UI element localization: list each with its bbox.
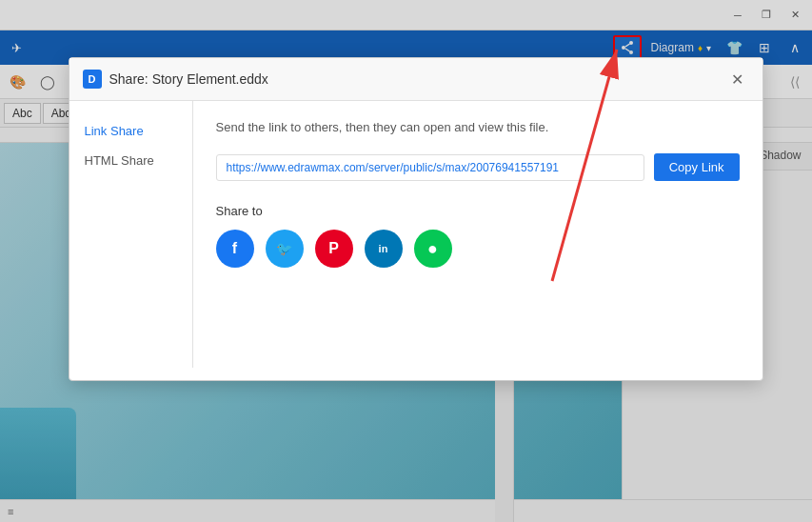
pinterest-share-button[interactable]: P [315,230,353,268]
sidebar-link-share[interactable]: Link Share [69,116,192,146]
sidebar-html-share[interactable]: HTML Share [69,146,192,175]
dialog-body: Link Share HTML Share Send the link to o… [69,101,762,368]
twitter-share-button[interactable]: 🐦 [266,230,304,268]
line-share-button[interactable]: ● [414,230,452,268]
facebook-share-button[interactable]: f [216,230,254,268]
dialog-close-button[interactable]: ✕ [726,68,749,90]
share-dialog: D Share: Story Element.eddx ✕ Link Share… [69,57,763,381]
social-icons-row: f 🐦 P in ● [216,230,740,268]
dialog-main-content: Send the link to others, then they can o… [193,101,762,368]
dialog-title: Share: Story Element.eddx [109,71,268,87]
link-row: https://www.edrawmax.com/server/public/s… [216,153,740,181]
linkedin-share-button[interactable]: in [365,230,403,268]
share-to-label: Share to [216,204,740,218]
dialog-sidebar: Link Share HTML Share [69,101,193,368]
modal-overlay: D Share: Story Element.eddx ✕ Link Share… [0,0,812,522]
dialog-app-icon: D [83,70,102,89]
dialog-header: D Share: Story Element.eddx ✕ [69,58,762,101]
share-url[interactable]: https://www.edrawmax.com/server/public/s… [216,154,644,181]
copy-link-button[interactable]: Copy Link [654,153,740,181]
dialog-description: Send the link to others, then they can o… [216,120,740,134]
